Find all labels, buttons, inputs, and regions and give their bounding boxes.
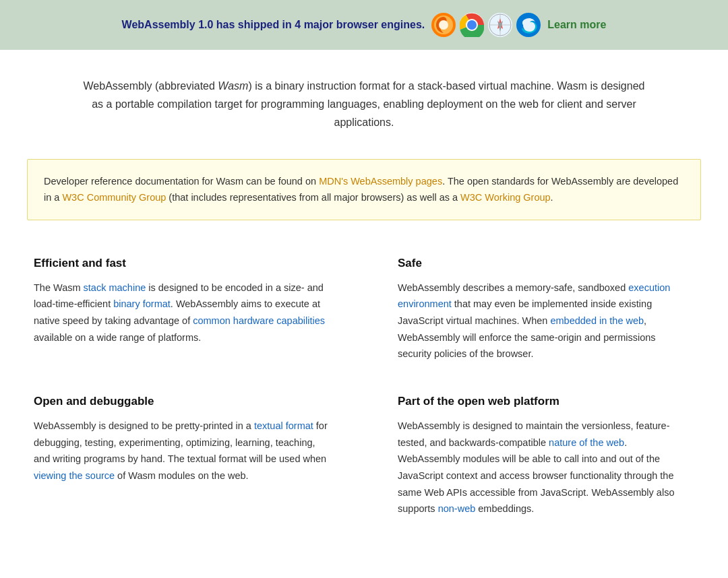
feature-safe: Safe WebAssembly describes a memory-safe… bbox=[364, 240, 701, 379]
edge-icon bbox=[516, 13, 541, 37]
features-grid: Efficient and fast The Wasm stack machin… bbox=[0, 240, 728, 560]
feature-open: Open and debuggable WebAssembly is desig… bbox=[27, 379, 364, 534]
browser-icons-group bbox=[431, 13, 541, 37]
stack-machine-link[interactable]: stack machine bbox=[84, 282, 146, 293]
intro-text: WebAssembly (abbreviated Wasm) is a bina… bbox=[81, 77, 647, 132]
safari-icon bbox=[488, 13, 512, 37]
mdn-webassembly-link[interactable]: MDN's WebAssembly pages bbox=[319, 176, 442, 187]
embedded-in-web-link[interactable]: embedded in the web bbox=[550, 315, 644, 326]
feature-open-web-text: WebAssembly is designed to maintain the … bbox=[398, 418, 681, 517]
feature-open-title: Open and debuggable bbox=[34, 395, 330, 408]
feature-efficient-text: The Wasm stack machine is designed to be… bbox=[34, 280, 330, 346]
w3c-working-group-link[interactable]: W3C Working Group bbox=[460, 192, 551, 203]
non-web-link[interactable]: non-web bbox=[438, 503, 476, 514]
info-box: Developer reference documentation for Wa… bbox=[27, 159, 701, 220]
feature-efficient: Efficient and fast The Wasm stack machin… bbox=[27, 240, 364, 379]
banner-text: WebAssembly 1.0 has shipped in 4 major b… bbox=[122, 19, 425, 31]
feature-safe-title: Safe bbox=[398, 257, 681, 270]
info-text: Developer reference documentation for Wa… bbox=[44, 173, 684, 206]
binary-format-link[interactable]: binary format bbox=[113, 298, 171, 309]
viewing-source-link[interactable]: viewing the source bbox=[34, 470, 115, 481]
feature-open-web-title: Part of the open web platform bbox=[398, 395, 681, 408]
nature-of-web-link[interactable]: nature of the web bbox=[549, 437, 624, 448]
chrome-icon bbox=[460, 13, 484, 37]
intro-section: WebAssembly (abbreviated Wasm) is a bina… bbox=[0, 50, 728, 152]
svg-point-5 bbox=[467, 20, 477, 30]
execution-environment-link[interactable]: execution environment bbox=[398, 282, 670, 310]
firefox-icon bbox=[431, 13, 456, 37]
announcement-banner: WebAssembly 1.0 has shipped in 4 major b… bbox=[0, 0, 728, 50]
learn-more-link[interactable]: Learn more bbox=[547, 19, 606, 31]
textual-format-link[interactable]: textual format bbox=[254, 420, 313, 431]
feature-safe-text: WebAssembly describes a memory-safe, san… bbox=[398, 280, 681, 362]
wasm-italic: Wasm bbox=[218, 80, 248, 92]
feature-open-web: Part of the open web platform WebAssembl… bbox=[364, 379, 701, 534]
w3c-community-link[interactable]: W3C Community Group bbox=[62, 192, 166, 203]
feature-efficient-title: Efficient and fast bbox=[34, 257, 330, 270]
svg-point-2 bbox=[439, 20, 448, 30]
feature-open-text: WebAssembly is designed to be pretty-pri… bbox=[34, 418, 330, 484]
common-hardware-link[interactable]: common hardware capabilities bbox=[193, 315, 325, 326]
